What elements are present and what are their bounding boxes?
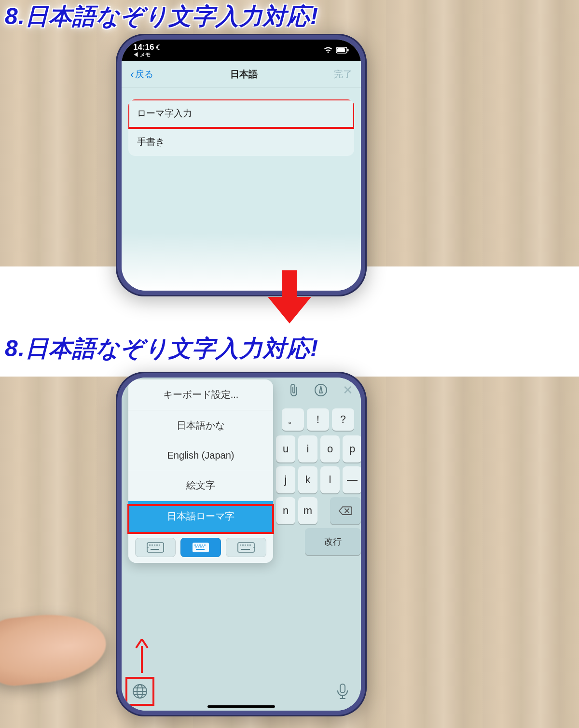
key-dash[interactable]: — xyxy=(343,466,361,493)
key-punct-0[interactable]: 。 xyxy=(282,408,304,431)
popup-item-settings[interactable]: キーボード設定... xyxy=(128,379,273,410)
svg-rect-25 xyxy=(245,545,246,546)
key-u[interactable]: u xyxy=(276,435,295,462)
nav-back-button[interactable]: ‹戻る xyxy=(130,68,153,81)
caption-top: 8.日本語なぞり文字入力対応! xyxy=(5,1,318,32)
key-o[interactable]: o xyxy=(320,435,340,462)
close-icon[interactable]: ✕ xyxy=(341,383,355,397)
list-item-romaji[interactable]: ローマ字入力 xyxy=(128,99,354,128)
svg-rect-20 xyxy=(203,546,204,547)
phone-bottom: ✕ 。 ！ ？ u i o p j k l — n m 改行 キーボード設定..… xyxy=(116,372,367,716)
svg-rect-1 xyxy=(337,48,345,52)
key-i[interactable]: i xyxy=(298,435,317,462)
attachment-icon[interactable] xyxy=(287,383,301,397)
popup-item-kana[interactable]: 日本語かな xyxy=(128,410,273,441)
key-p[interactable]: p xyxy=(343,435,361,462)
mode-left-button[interactable] xyxy=(135,538,176,557)
chevron-left-icon: ‹ xyxy=(130,68,134,81)
keyboard-switcher-popup: キーボード設定... 日本語かな English (Japan) 絵文字 日本語… xyxy=(128,379,273,563)
highlight-globe xyxy=(125,677,154,706)
wifi-icon xyxy=(323,47,333,54)
down-arrow-icon xyxy=(268,270,311,325)
svg-rect-7 xyxy=(154,545,155,546)
popup-item-emoji[interactable]: 絵文字 xyxy=(128,470,273,501)
svg-rect-13 xyxy=(197,545,198,546)
svg-rect-2 xyxy=(347,49,349,52)
mic-icon xyxy=(336,683,349,700)
svg-rect-18 xyxy=(198,546,199,547)
mode-right-button[interactable] xyxy=(226,538,266,557)
popup-item-english[interactable]: English (Japan) xyxy=(128,441,273,470)
highlight-romaji xyxy=(127,504,274,534)
svg-rect-6 xyxy=(152,545,153,546)
svg-rect-22 xyxy=(238,543,254,552)
svg-rect-23 xyxy=(240,545,241,546)
svg-rect-24 xyxy=(242,545,244,546)
status-time: 14:16 xyxy=(133,43,154,51)
key-k[interactable]: k xyxy=(298,466,317,493)
svg-rect-26 xyxy=(247,545,248,546)
key-punct-1[interactable]: ！ xyxy=(307,408,329,431)
key-return[interactable]: 改行 xyxy=(305,528,361,555)
markup-icon[interactable] xyxy=(314,383,328,397)
svg-rect-28 xyxy=(241,549,250,550)
status-back-app[interactable]: ◀ メモ xyxy=(133,52,151,57)
svg-rect-12 xyxy=(194,545,196,546)
svg-rect-19 xyxy=(200,546,202,547)
key-n[interactable]: n xyxy=(276,497,295,524)
svg-rect-5 xyxy=(149,545,151,546)
svg-rect-27 xyxy=(249,545,251,546)
battery-icon xyxy=(336,47,349,54)
key-backspace[interactable] xyxy=(330,497,361,524)
keyboard-mode-row xyxy=(128,532,273,563)
svg-rect-15 xyxy=(202,545,203,546)
key-punct-2[interactable]: ？ xyxy=(332,408,354,431)
arrow-up-icon xyxy=(135,639,149,675)
svg-rect-14 xyxy=(199,545,201,546)
nav-bar: ‹戻る 日本語 完了 xyxy=(122,61,361,88)
key-m[interactable]: m xyxy=(298,497,317,524)
svg-rect-10 xyxy=(151,549,159,550)
svg-rect-4 xyxy=(147,543,164,552)
svg-rect-31 xyxy=(340,684,345,693)
caption-bottom: 8.日本語なぞり文字入力対応! xyxy=(5,333,318,364)
key-l[interactable]: l xyxy=(320,466,340,493)
svg-rect-17 xyxy=(195,546,197,547)
fade xyxy=(122,233,361,291)
keyboard-type-list: ローマ字入力 手書き xyxy=(128,99,354,156)
home-indicator xyxy=(207,705,275,708)
svg-rect-16 xyxy=(204,545,206,546)
dnd-moon-icon: ☾ xyxy=(156,44,162,51)
nav-title: 日本語 xyxy=(230,68,258,81)
notch xyxy=(203,40,280,53)
keyboard-area: ✕ 。 ！ ？ u i o p j k l — n m 改行 キーボード設定..… xyxy=(122,378,361,711)
svg-rect-21 xyxy=(196,549,205,550)
key-j[interactable]: j xyxy=(276,466,295,493)
svg-rect-9 xyxy=(159,545,160,546)
mode-center-button[interactable] xyxy=(180,538,221,557)
svg-rect-8 xyxy=(156,545,158,546)
list-item-handwriting[interactable]: 手書き xyxy=(128,128,354,156)
mic-button[interactable] xyxy=(332,681,353,702)
nav-done-button[interactable]: 完了 xyxy=(334,68,352,81)
phone-top: 14:16 ☾ ◀ メモ ‹戻る 日本語 完了 ローマ字入力 手書き xyxy=(116,34,367,296)
backspace-icon xyxy=(338,506,353,516)
